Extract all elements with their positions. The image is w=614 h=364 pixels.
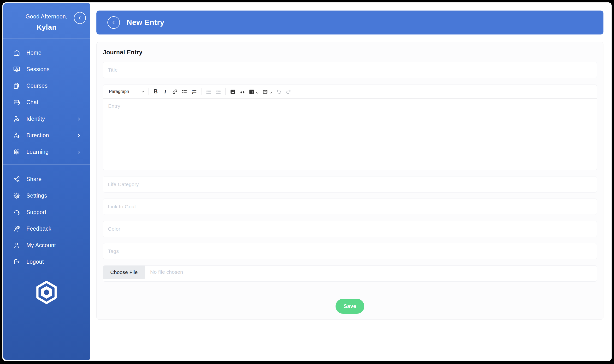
italic-icon: I xyxy=(164,89,167,94)
numbered-list-icon: 12 xyxy=(191,89,197,95)
attachment-file-input[interactable]: Choose File No file chosen xyxy=(103,265,597,282)
insert-image-button[interactable] xyxy=(229,87,237,96)
bulleted-list-button[interactable] xyxy=(180,87,189,96)
image-icon xyxy=(230,89,236,95)
journal-entry-card: Journal Entry Paragraph B I xyxy=(97,42,603,320)
paragraph-dropdown-value: Paragraph xyxy=(109,89,129,94)
sidebar-nav: Home Sessions Courses Chat xyxy=(3,39,90,165)
tags-input[interactable] xyxy=(103,243,597,259)
page-header: New Entry xyxy=(97,11,603,35)
username: Kylan xyxy=(8,23,85,31)
sidebar-item-settings[interactable]: Settings xyxy=(3,187,90,204)
sidebar-item-label: Courses xyxy=(26,83,47,89)
sidebar-item-logout[interactable]: Logout xyxy=(3,254,90,270)
chevron-down-icon xyxy=(141,90,144,93)
support-icon xyxy=(13,208,20,216)
chevron-down-icon xyxy=(269,90,272,93)
chevron-right-icon xyxy=(77,133,81,138)
bulleted-list-icon xyxy=(181,89,187,95)
undo-icon xyxy=(276,89,282,95)
sidebar-item-identity[interactable]: Identity xyxy=(3,111,90,127)
sidebar-item-label: My Account xyxy=(26,242,56,248)
sidebar-item-label: Chat xyxy=(26,99,38,106)
sidebar-item-home[interactable]: Home xyxy=(3,45,90,61)
greeting-text: Good Afternoon, xyxy=(8,13,85,20)
indent-button[interactable] xyxy=(214,87,223,96)
sidebar-item-label: Identity xyxy=(26,116,45,122)
svg-text:1: 1 xyxy=(192,89,193,91)
sidebar-item-share[interactable]: Share xyxy=(3,171,90,187)
chevron-left-icon xyxy=(111,20,116,25)
chevron-left-icon xyxy=(77,15,82,20)
sidebar-header: Good Afternoon, Kylan xyxy=(3,3,90,39)
italic-button[interactable]: I xyxy=(161,87,169,96)
life-category-input[interactable] xyxy=(103,176,597,193)
redo-icon xyxy=(286,89,292,95)
app-logo xyxy=(3,279,90,306)
insert-table-button[interactable] xyxy=(248,87,260,96)
entry-placeholder: Entry xyxy=(108,103,120,109)
rich-text-editor: Paragraph B I xyxy=(103,85,597,170)
editor-toolbar: Paragraph B I xyxy=(103,85,597,99)
toolbar-separator xyxy=(225,88,226,95)
sidebar-item-chat[interactable]: Chat xyxy=(3,94,90,111)
chevron-down-icon xyxy=(256,90,259,93)
choose-file-button[interactable]: Choose File xyxy=(103,266,145,279)
chevron-right-icon xyxy=(77,150,81,154)
back-button[interactable] xyxy=(108,16,120,29)
sidebar-collapse-button[interactable] xyxy=(74,12,86,24)
sidebar: Good Afternoon, Kylan Home Sessions xyxy=(3,3,90,360)
media-icon xyxy=(262,89,268,95)
numbered-list-button[interactable]: 12 xyxy=(190,87,198,96)
courses-icon xyxy=(13,82,20,90)
undo-button[interactable] xyxy=(275,87,283,96)
sidebar-item-label: Direction xyxy=(26,132,49,139)
sidebar-item-label: Support xyxy=(26,209,46,216)
sidebar-item-label: Sessions xyxy=(26,66,50,73)
sidebar-item-feedback[interactable]: Feedback xyxy=(3,221,90,237)
sidebar-item-support[interactable]: Support xyxy=(3,204,90,221)
chat-icon xyxy=(13,99,20,106)
sidebar-item-label: Feedback xyxy=(26,226,51,232)
sidebar-item-sessions[interactable]: Sessions xyxy=(3,61,90,78)
sidebar-item-label: Settings xyxy=(26,193,47,199)
learning-icon xyxy=(13,148,20,156)
section-label: Journal Entry xyxy=(103,49,597,56)
bold-icon: B xyxy=(154,89,158,94)
sidebar-item-direction[interactable]: Direction xyxy=(3,127,90,144)
home-icon xyxy=(13,49,20,56)
link-to-goal-input[interactable] xyxy=(103,198,597,215)
direction-icon xyxy=(13,132,20,139)
feedback-icon xyxy=(13,225,20,233)
outdent-button[interactable] xyxy=(204,87,213,96)
title-input[interactable] xyxy=(103,62,597,78)
save-button[interactable]: Save xyxy=(335,299,364,314)
block-quote-button[interactable] xyxy=(238,87,247,96)
page-title: New Entry xyxy=(127,18,164,27)
bold-button[interactable]: B xyxy=(151,87,160,96)
link-icon xyxy=(172,89,178,95)
sidebar-item-label: Learning xyxy=(26,149,49,155)
paragraph-dropdown[interactable]: Paragraph xyxy=(107,87,146,96)
svg-text:2: 2 xyxy=(192,91,193,94)
link-button[interactable] xyxy=(170,87,179,96)
color-input[interactable] xyxy=(103,221,597,237)
my-account-icon xyxy=(13,242,20,249)
sidebar-item-label: Logout xyxy=(26,259,44,265)
outdent-icon xyxy=(206,89,211,95)
toolbar-separator xyxy=(201,88,201,95)
identity-icon xyxy=(13,115,20,123)
chevron-right-icon xyxy=(77,117,81,121)
sidebar-item-courses[interactable]: Courses xyxy=(3,78,90,94)
main-content: New Entry Journal Entry Paragraph B I xyxy=(90,2,612,361)
sidebar-item-my-account[interactable]: My Account xyxy=(3,237,90,254)
insert-media-button[interactable] xyxy=(261,87,274,96)
redo-button[interactable] xyxy=(284,87,293,96)
logout-icon xyxy=(13,258,20,266)
save-row: Save xyxy=(103,299,597,314)
settings-icon xyxy=(13,192,20,199)
entry-editor[interactable]: Entry xyxy=(103,99,597,170)
sidebar-item-label: Share xyxy=(26,176,42,182)
block-quote-icon xyxy=(240,89,245,95)
sidebar-item-learning[interactable]: Learning xyxy=(3,144,90,160)
